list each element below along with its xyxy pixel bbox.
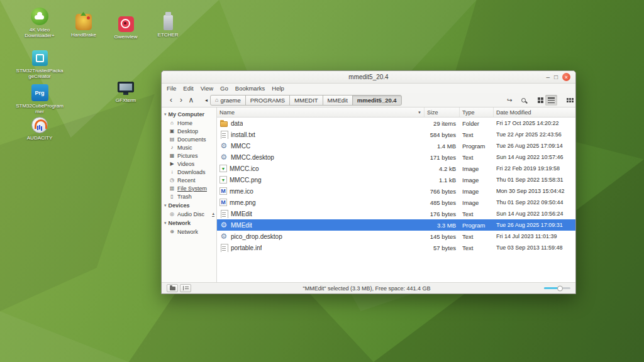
caret-down-icon: ▾ — [164, 203, 167, 208]
menu-file[interactable]: File — [167, 85, 176, 92]
sidebar-item-label: Downloads — [177, 169, 206, 175]
minimize-button[interactable]: – — [546, 74, 550, 80]
show-places-toggle-button[interactable] — [167, 284, 178, 292]
sidebar-item-audio-disc[interactable]: ◎Audio Disc▴ — [162, 210, 216, 218]
file-name-cell: M mme.png — [217, 199, 425, 206]
breadcrumb-graeme[interactable]: ⌂ graeme — [210, 95, 246, 106]
close-button[interactable]: × — [562, 73, 570, 81]
up-button[interactable]: ∧ — [186, 95, 196, 105]
file-type: Text — [460, 244, 494, 251]
file-type: Text — [460, 233, 494, 240]
sidebar-item-label: Documents — [177, 136, 206, 143]
file-row[interactable]: ▼ MMCC.ico 4.2 kB Image Fri 22 Feb 2019 … — [217, 163, 575, 174]
desktop-icon-label: STM32CubeProgrammer — [16, 103, 64, 114]
gear-icon: ⚙ — [219, 142, 228, 150]
menu-bookmarks[interactable]: Bookmarks — [235, 85, 265, 92]
file-row[interactable]: ▼ MMCC.png 1.1 kB Image Thu 01 Sep 2022 … — [217, 174, 575, 185]
sidebar-item-desktop[interactable]: ▣Desktop — [162, 127, 216, 135]
sidebar-item-videos[interactable]: ▶Videos — [162, 160, 216, 168]
column-label: Type — [462, 109, 475, 116]
file-row[interactable]: ⚙ MMEdit 3.3 MB Program Tue 26 Aug 2025 … — [217, 219, 575, 231]
file-row[interactable]: ⚙ pico_drop.desktop 145 bytes Text Fri 1… — [217, 231, 575, 242]
up-icon: ∧ — [189, 96, 194, 104]
file-row[interactable]: portable.inf 57 bytes Text Tue 03 Sep 20… — [217, 242, 575, 253]
sidebar-item-pictures[interactable]: ▦Pictures — [162, 151, 216, 160]
list-view-button[interactable] — [545, 95, 557, 106]
file-name-cell: M mme.ico — [217, 187, 425, 195]
zoom-slider[interactable] — [544, 287, 570, 289]
icon-view-button[interactable] — [531, 95, 543, 106]
desktop-icon-etcher[interactable]: ETCHER — [144, 11, 192, 38]
file-row[interactable]: M mme.ico 766 bytes Image Mon 30 Sep 201… — [217, 185, 575, 197]
file-row[interactable]: MMEdit 176 bytes Text Sun 14 Aug 2022 10… — [217, 208, 575, 219]
menu-help[interactable]: Help — [272, 85, 284, 92]
column-header-name[interactable]: Name ▼ — [217, 107, 425, 117]
file-row[interactable]: install.txt 584 bytes Text Tue 22 Apr 20… — [217, 129, 575, 140]
file-size: 176 bytes — [425, 211, 460, 217]
sidebar-item-music[interactable]: ♪Music — [162, 143, 216, 151]
file-date: Thu 01 Sep 2022 09:50:44 — [494, 199, 575, 206]
desktop-icon-handbrake[interactable]: HandBrake — [60, 14, 108, 38]
desktop-icon-stm32cubeprogrammer[interactable]: Prg STM32CubeProgrammer — [16, 84, 64, 114]
sidebar-item-network[interactable]: ⊕Network — [162, 228, 216, 236]
menu-go[interactable]: Go — [220, 85, 228, 92]
maximize-button[interactable]: □ — [554, 74, 558, 80]
sidebar-item-recent[interactable]: ◷Recent — [162, 176, 216, 184]
back-button[interactable]: ‹ — [166, 95, 176, 105]
file-name-cell: ⚙ MMEdit — [217, 221, 425, 229]
sidebar-item-label: Home — [177, 120, 192, 126]
show-treeview-toggle-button[interactable] — [180, 284, 191, 292]
breadcrumb-mmedit5-20-4[interactable]: mmedit5_20.4 — [352, 95, 402, 106]
sidebar-section-network[interactable]: ▾ Network — [162, 218, 216, 228]
file-name: mme.ico — [230, 188, 253, 195]
breadcrumb-scroll-left-button[interactable]: ◂ — [205, 97, 208, 103]
breadcrumb-programs[interactable]: PROGRAMS — [245, 95, 290, 106]
m-icon: M — [219, 187, 227, 195]
desktop-icon-gwenview[interactable]: Gwenview — [102, 16, 150, 40]
breadcrumb-mmedit[interactable]: MMEdit — [323, 95, 353, 106]
edit-location-button[interactable]: ↪ — [504, 95, 516, 106]
file-row[interactable]: data 29 items Folder Fri 17 Oct 2025 14:… — [217, 118, 575, 129]
column-label: Name — [219, 109, 235, 116]
file-row[interactable]: ⚙ MMCC 1.4 MB Program Tue 26 Aug 2025 17… — [217, 140, 575, 151]
desktop-icon-gfxterm[interactable]: GFXterm — [102, 82, 150, 103]
forward-button[interactable]: › — [176, 95, 186, 105]
handbrake-icon — [75, 14, 92, 30]
sidebar-item-home[interactable]: ⌂Home — [162, 119, 216, 127]
file-type: Program — [460, 143, 494, 150]
eject-icon[interactable]: ▴ — [212, 211, 214, 217]
file-row[interactable]: M mme.png 485 bytes Image Thu 01 Sep 202… — [217, 197, 575, 208]
file-date: Mon 30 Sep 2013 15:04:42 — [494, 188, 575, 194]
sidebar-section-devices[interactable]: ▾ Devices — [162, 200, 216, 210]
menu-view[interactable]: View — [201, 85, 213, 92]
file-name-cell: MMEdit — [217, 210, 425, 218]
back-icon: ‹ — [170, 96, 172, 104]
menu-edit[interactable]: Edit — [183, 85, 193, 92]
sidebar-item-label: Audio Disc — [177, 211, 204, 217]
file-row[interactable]: ⚙ MMCC.desktop 171 bytes Text Sun 14 Aug… — [217, 151, 575, 163]
sidebar-item-downloads[interactable]: ↓Downloads — [162, 168, 216, 176]
column-header-type[interactable]: Type — [460, 107, 494, 117]
sidebar-item-label: Recent — [177, 177, 196, 184]
zoom-slider-handle[interactable] — [557, 285, 563, 291]
desktop: 4K Video Downloader+ HandBrake Gwenview … — [0, 0, 644, 362]
sidebar-item-documents[interactable]: ▤Documents — [162, 135, 216, 143]
desktop-icon-stm32trustedpackagecreator[interactable]: STM32TrustedPackageCreator — [16, 50, 64, 79]
audio-disc-icon: ◎ — [169, 211, 175, 217]
file-name: install.txt — [231, 131, 255, 138]
desktop-icon-audacity[interactable]: AUDACITY — [16, 117, 64, 141]
sidebar-section-my-computer[interactable]: ▾ My Computer — [162, 109, 216, 119]
titlebar[interactable]: mmedit5_20.4 – □ × — [162, 71, 575, 84]
file-size: 171 bytes — [425, 154, 460, 161]
sidebar-item-trash[interactable]: ▯Trash — [162, 192, 216, 200]
desktop-icon-4k-video-downloader[interactable]: 4K Video Downloader+ — [16, 8, 64, 38]
file-name: MMCC.ico — [230, 165, 259, 172]
breadcrumb-mmedit-upper[interactable]: MMEDIT — [289, 95, 323, 106]
sidebar-item-file-system[interactable]: ▥File System — [162, 184, 216, 192]
file-size: 1.1 kB — [425, 177, 460, 184]
column-header-size[interactable]: Size — [425, 107, 460, 117]
compact-view-button[interactable] — [559, 95, 571, 106]
search-button[interactable] — [518, 95, 530, 106]
file-type: Text — [460, 211, 494, 217]
column-header-date-modified[interactable]: Date Modified — [494, 107, 575, 117]
